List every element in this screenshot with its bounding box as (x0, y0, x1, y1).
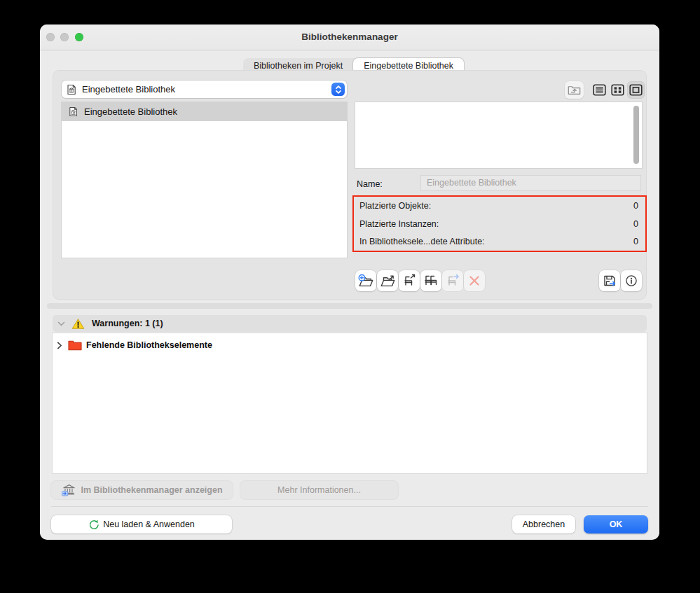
window-title: Bibliothekenmanager (40, 25, 659, 50)
reload-apply-button[interactable]: Neu laden & Anwenden (51, 515, 232, 533)
delete-x-icon (467, 274, 481, 288)
reload-apply-label: Neu laden & Anwenden (103, 519, 195, 529)
cancel-button[interactable]: Abbrechen (512, 515, 575, 533)
chevron-up-down-icon (331, 83, 345, 96)
more-info-button: Mehr Informationen... (240, 481, 398, 499)
stat-label: Platzierte Objekte: (359, 201, 431, 211)
titlebar[interactable]: Bibliothekenmanager (40, 25, 659, 50)
panel-splitter[interactable] (47, 303, 652, 309)
icon-view-icon (629, 84, 643, 96)
save-as-button[interactable] (599, 270, 620, 291)
red-folder-icon (68, 340, 82, 351)
name-label: Name: (357, 179, 383, 189)
list-item-label: Eingebettete Bibliothek (84, 106, 177, 117)
warning-item-missing-elements[interactable]: Fehlende Bibliothekselemente (53, 337, 212, 353)
library-file-icon (66, 84, 77, 95)
open-library-icon (379, 274, 396, 288)
refresh-icon (88, 519, 99, 530)
list-item-embedded-library[interactable]: Eingebettete Bibliothek (62, 102, 347, 121)
warnings-header[interactable]: Warnungen: 1 (1) (53, 315, 647, 332)
stats-highlight-box: Platzierte Objekte: 0 Platzierte Instanz… (352, 195, 647, 252)
warnings-panel: Fehlende Bibliothekselemente (53, 333, 647, 473)
library-group-box: Eingebettete Bibliothek (53, 70, 647, 300)
show-in-library-manager-button: Im Bibliothekenmanager anzeigen (51, 481, 233, 499)
stat-value: 0 (633, 219, 638, 229)
add-library-button[interactable] (355, 270, 376, 291)
chevron-right-icon[interactable] (57, 342, 62, 349)
library-select-value: Eingebettete Bibliothek (82, 84, 175, 95)
chevron-down-icon[interactable] (57, 321, 65, 326)
warnings-header-label: Warnungen: 1 (1) (92, 319, 163, 328)
list-view-button[interactable] (591, 81, 608, 99)
icon-view-button[interactable] (627, 81, 645, 99)
divider (51, 506, 648, 507)
cancel-label: Abbrechen (523, 519, 565, 529)
folder-up-icon (568, 85, 581, 95)
import-object-icon (402, 273, 417, 288)
duplicate-objects-icon (423, 273, 439, 288)
library-select-dropdown[interactable]: Eingebettete Bibliothek (62, 81, 347, 98)
name-input[interactable]: Eingebettete Bibliothek (421, 176, 640, 190)
stat-label: Platzierte Instanzen: (359, 219, 439, 229)
library-manager-window: Bibliothekenmanager Bibliotheken im Proj… (40, 25, 659, 540)
stat-used-attributes: In Bibliotheksele...dete Attribute: 0 (354, 232, 645, 251)
export-object-icon (445, 273, 460, 288)
save-as-icon (602, 273, 617, 288)
show-in-library-manager-label: Im Bibliothekenmanager anzeigen (81, 485, 222, 495)
more-info-label: Mehr Informationen... (277, 485, 361, 495)
grid-view-button[interactable] (609, 81, 626, 99)
export-object-button (442, 270, 463, 291)
warning-item-label: Fehlende Bibliothekselemente (86, 340, 212, 350)
warning-triangle-icon (71, 318, 85, 330)
library-list[interactable]: Eingebettete Bibliothek (62, 102, 347, 258)
preview-scrollbar[interactable] (633, 106, 639, 164)
add-library-icon (357, 274, 374, 288)
info-button[interactable] (621, 270, 642, 291)
info-icon (624, 274, 638, 288)
delete-button (464, 270, 485, 291)
stat-placed-objects: Platzierte Objekte: 0 (354, 197, 645, 215)
stat-value: 0 (633, 237, 638, 246)
library-file-icon (68, 106, 78, 117)
library-manager-icon (61, 483, 77, 497)
preview-panel (355, 102, 642, 168)
stat-label: In Bibliotheksele...dete Attribute: (359, 237, 485, 246)
ok-label: OK (610, 519, 623, 529)
stat-placed-instances: Platzierte Instanzen: 0 (354, 215, 645, 233)
import-object-button[interactable] (399, 270, 420, 291)
grid-view-icon (611, 84, 624, 96)
list-view-icon (593, 84, 606, 96)
duplicate-objects-button[interactable] (420, 270, 441, 291)
folder-up-button[interactable] (565, 81, 584, 99)
ok-button[interactable]: OK (584, 515, 648, 533)
open-library-button[interactable] (377, 270, 398, 291)
stat-value: 0 (633, 201, 638, 211)
